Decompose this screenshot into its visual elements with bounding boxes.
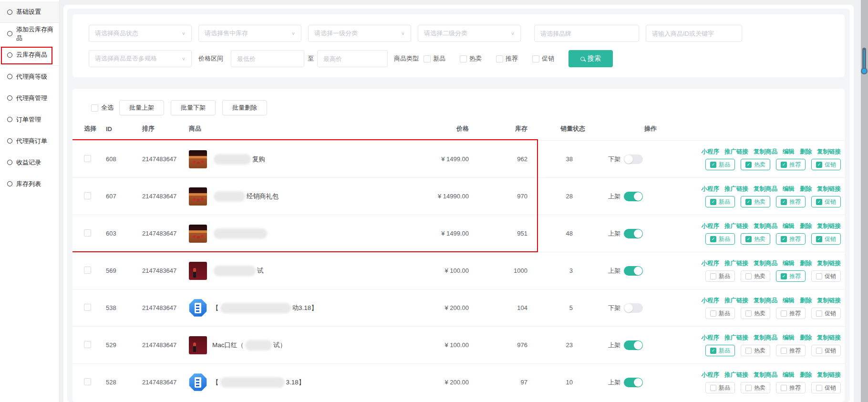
tag-toggle-promo[interactable]: ✓促销 (811, 345, 841, 356)
sidebar-item-8[interactable]: 库存列表 (0, 173, 59, 195)
sidebar-item-2[interactable]: 云库存商品 (0, 44, 59, 66)
tag-toggle-recommend[interactable]: ✓推荐 (776, 382, 806, 393)
tag-toggle-new[interactable]: ✓新品 (705, 308, 735, 319)
promo-link[interactable]: 推广链接 (724, 148, 748, 156)
promo-link[interactable]: 推广链接 (724, 222, 748, 230)
product-status-select[interactable]: 请选择商品状态∨ (89, 25, 192, 42)
tag-toggle-recommend[interactable]: ✓推荐 (776, 196, 806, 207)
delete-link[interactable]: 删除 (800, 297, 812, 305)
delete-link[interactable]: 删除 (800, 259, 812, 268)
tag-toggle-new[interactable]: ✓新品 (705, 345, 735, 356)
copy-url-link[interactable]: 复制链接 (817, 297, 841, 305)
min-price-input[interactable] (231, 50, 304, 67)
copy-url-link[interactable]: 复制链接 (817, 259, 841, 268)
sidebar-item-4[interactable]: 代理商管理 (0, 87, 59, 109)
scrollbar-track[interactable] (861, 0, 868, 402)
edit-link[interactable]: 编辑 (783, 185, 795, 193)
batch-off-shelf-button[interactable]: 批量下架 (171, 100, 216, 115)
tag-toggle-new[interactable]: ✓新品 (705, 159, 735, 170)
tag-toggle-new[interactable]: ✓新品 (705, 382, 735, 393)
tag-toggle-new[interactable]: ✓新品 (705, 270, 735, 282)
promo-link[interactable]: 推广链接 (724, 297, 748, 305)
tag-toggle-hot[interactable]: ✓热卖 (741, 159, 770, 170)
row-checkbox[interactable] (84, 304, 91, 311)
tag-toggle-new[interactable]: ✓新品 (705, 196, 735, 207)
row-checkbox[interactable] (84, 155, 91, 162)
scrollbar-ball[interactable] (861, 68, 868, 74)
status-toggle[interactable] (624, 229, 643, 238)
batch-delete-button[interactable]: 批量删除 (222, 100, 267, 115)
sale-stock-select[interactable]: 请选择售中库存∨ (198, 25, 301, 42)
status-toggle[interactable] (624, 378, 643, 387)
multi-spec-select[interactable]: 请选择商品是否多规格 ∨ (89, 50, 192, 67)
mini-program-link[interactable]: 小程序 (702, 371, 720, 379)
copy-product-link[interactable]: 复制商品 (754, 148, 777, 156)
mini-program-link[interactable]: 小程序 (702, 259, 720, 268)
edit-link[interactable]: 编辑 (783, 259, 795, 268)
edit-link[interactable]: 编辑 (783, 222, 795, 230)
copy-url-link[interactable]: 复制链接 (817, 334, 841, 342)
delete-link[interactable]: 删除 (800, 334, 812, 342)
sidebar-item-7[interactable]: 收益记录 (0, 152, 59, 173)
tag-toggle-recommend[interactable]: ✓推荐 (776, 233, 806, 245)
copy-url-link[interactable]: 复制链接 (817, 371, 841, 379)
mini-program-link[interactable]: 小程序 (702, 334, 720, 342)
tag-toggle-recommend[interactable]: ✓推荐 (776, 308, 806, 319)
tag-toggle-promo[interactable]: ✓促销 (811, 159, 841, 170)
search-button[interactable]: 搜索 (568, 50, 613, 67)
tag-toggle-new[interactable]: ✓新品 (705, 233, 735, 245)
copy-product-link[interactable]: 复制商品 (754, 297, 777, 305)
row-checkbox[interactable] (84, 229, 91, 237)
tag-toggle-hot[interactable]: ✓热卖 (741, 196, 770, 207)
type-checkbox-new[interactable]: 新品 (424, 54, 445, 63)
status-toggle[interactable] (624, 266, 643, 276)
sidebar-item-0[interactable]: 基础设置 (0, 1, 59, 23)
tag-toggle-promo[interactable]: ✓促销 (811, 308, 841, 319)
copy-url-link[interactable]: 复制链接 (817, 222, 841, 230)
mini-program-link[interactable]: 小程序 (702, 185, 720, 193)
row-checkbox[interactable] (84, 378, 91, 385)
keyword-input[interactable] (646, 25, 742, 42)
mini-program-link[interactable]: 小程序 (702, 148, 720, 156)
copy-product-link[interactable]: 复制商品 (754, 334, 777, 342)
type-checkbox-promo[interactable]: 促销 (532, 54, 554, 63)
copy-url-link[interactable]: 复制链接 (817, 185, 841, 193)
copy-url-link[interactable]: 复制链接 (817, 148, 841, 156)
tag-toggle-hot[interactable]: ✓热卖 (741, 233, 770, 245)
status-toggle[interactable] (624, 340, 643, 350)
row-checkbox[interactable] (84, 267, 91, 274)
tag-toggle-recommend[interactable]: ✓推荐 (776, 270, 806, 282)
copy-product-link[interactable]: 复制商品 (754, 222, 777, 230)
select-all-checkbox[interactable] (91, 104, 98, 112)
row-checkbox[interactable] (84, 192, 91, 199)
tag-toggle-promo[interactable]: ✓促销 (811, 233, 841, 245)
brand-input[interactable] (534, 25, 639, 42)
mini-program-link[interactable]: 小程序 (702, 222, 720, 230)
type-checkbox-hot[interactable]: 热卖 (460, 54, 482, 63)
category-level2-select[interactable]: 请选择二级分类∨ (418, 25, 521, 42)
type-checkbox-recommend[interactable]: 推荐 (496, 54, 518, 63)
tag-toggle-promo[interactable]: ✓促销 (811, 196, 841, 207)
delete-link[interactable]: 删除 (800, 371, 812, 379)
copy-product-link[interactable]: 复制商品 (754, 185, 777, 193)
promo-link[interactable]: 推广链接 (724, 259, 748, 268)
tag-toggle-hot[interactable]: ✓热卖 (741, 382, 770, 393)
promo-link[interactable]: 推广链接 (724, 185, 748, 193)
edit-link[interactable]: 编辑 (783, 148, 795, 156)
mini-program-link[interactable]: 小程序 (702, 297, 720, 305)
edit-link[interactable]: 编辑 (783, 297, 795, 305)
status-toggle[interactable] (624, 303, 643, 313)
tag-toggle-promo[interactable]: ✓促销 (811, 270, 841, 282)
status-toggle[interactable] (624, 155, 643, 164)
delete-link[interactable]: 删除 (800, 222, 812, 230)
sidebar-item-6[interactable]: 代理商订单 (0, 130, 59, 152)
tag-toggle-recommend[interactable]: ✓推荐 (776, 159, 806, 170)
tag-toggle-hot[interactable]: ✓热卖 (741, 270, 770, 282)
row-checkbox[interactable] (84, 341, 91, 348)
status-toggle[interactable] (624, 192, 643, 201)
delete-link[interactable]: 删除 (800, 148, 812, 156)
category-level1-select[interactable]: 请选择一级分类∨ (308, 25, 411, 42)
promo-link[interactable]: 推广链接 (724, 371, 748, 379)
sidebar-item-1[interactable]: 添加云库存商品 (0, 23, 59, 44)
sidebar-item-3[interactable]: 代理商等级 (0, 66, 59, 87)
